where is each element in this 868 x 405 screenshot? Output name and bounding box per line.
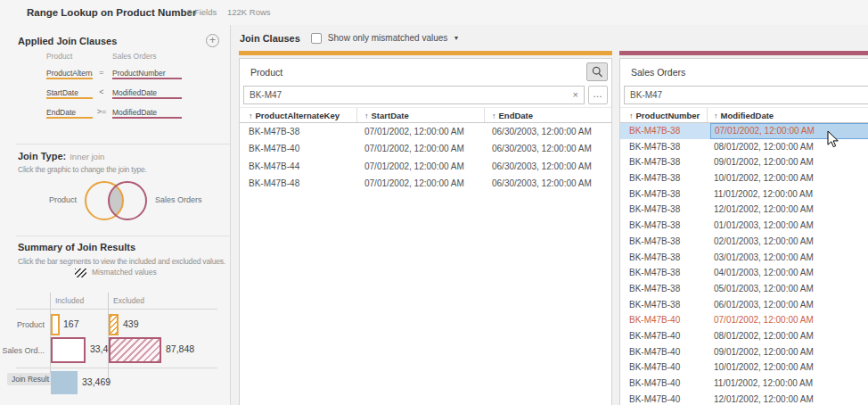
table-row[interactable]: BK-M47B-38 10/01/2002, 12:00:00 AM — [620, 170, 868, 186]
table-row[interactable]: BK-M47B-40 10/01/2002, 12:00:00 AM — [620, 360, 868, 376]
modified-date-cellbox[interactable]: 12/01/2002, 12:00:00 AM — [710, 392, 868, 405]
product-number-cell[interactable]: BK-M47B-38 — [629, 139, 680, 155]
sales-search-input[interactable] — [624, 86, 868, 104]
column-header[interactable]: ↑EndDate — [492, 108, 533, 124]
venn-circles-icon[interactable] — [80, 177, 151, 225]
add-join-clause-button[interactable]: + — [206, 34, 219, 47]
modified-date-cell[interactable]: 01/01/2003, 12:00:00 AM — [714, 218, 814, 234]
product-number-cell[interactable]: BK-M47B-38 — [629, 154, 680, 170]
table-row[interactable]: BK-M47B-38 07/01/2002, 12:00:00 AM 06/30… — [240, 123, 611, 140]
modified-date-cellbox[interactable]: 02/01/2003, 12:00:00 AM — [710, 234, 868, 250]
product-included-bar[interactable] — [51, 314, 60, 335]
product-number-cell[interactable]: BK-M47B-40 — [629, 328, 680, 344]
left-field[interactable]: EndDate — [46, 105, 93, 119]
modified-date-cell[interactable]: 06/01/2003, 12:00:00 AM — [714, 297, 814, 313]
product-number-cell[interactable]: BK-M47B-38 — [629, 265, 680, 281]
right-field[interactable]: ModifiedDate — [112, 105, 182, 119]
modified-date-cell[interactable]: 04/01/2003, 12:00:00 AM — [714, 265, 814, 281]
product-excluded-bar[interactable] — [109, 314, 119, 335]
table-row[interactable]: BK-M47B-40 09/01/2002, 12:00:00 AM — [620, 344, 868, 360]
product-number-cell[interactable]: BK-M47B-40 — [629, 376, 680, 392]
product-number-cell[interactable]: BK-M47B-38 — [629, 234, 680, 250]
modified-date-cellbox[interactable]: 11/01/2002, 12:00:00 AM — [710, 186, 868, 202]
chevron-down-icon[interactable]: ▼ — [453, 35, 459, 41]
modified-date-cellbox[interactable]: 08/01/2002, 12:00:00 AM — [710, 328, 868, 344]
product-alternate-key-cell[interactable]: BK-M47B-44 — [249, 158, 299, 175]
end-date-cell[interactable]: 06/30/2003, 12:00:00 AM — [492, 140, 592, 157]
modified-date-cell[interactable]: 07/01/2002, 12:00:00 AM — [714, 312, 814, 328]
modified-date-cell[interactable]: 11/01/2002, 12:00:00 AM — [714, 186, 813, 202]
table-row[interactable]: BK-M47B-44 07/01/2002, 12:00:00 AM 06/30… — [240, 158, 611, 175]
modified-date-cellbox[interactable]: 08/01/2002, 12:00:00 AM — [710, 139, 868, 155]
column-header[interactable]: ↑ModifiedDate — [714, 108, 774, 124]
search-toggle-button[interactable] — [586, 62, 608, 81]
start-date-cell[interactable]: 07/01/2002, 12:00:00 AM — [364, 158, 464, 175]
product-number-cell[interactable]: BK-M47B-40 — [629, 344, 680, 360]
join-operator[interactable]: < — [93, 87, 111, 96]
right-field[interactable]: ProductNumber — [112, 66, 182, 79]
more-options-button[interactable]: … — [588, 86, 608, 104]
sales-included-bar[interactable] — [51, 337, 86, 363]
product-search-input[interactable] — [243, 86, 585, 104]
sales-excluded-bar[interactable] — [109, 337, 161, 363]
modified-date-cellbox[interactable]: 04/01/2003, 12:00:00 AM — [710, 265, 868, 281]
modified-date-cell[interactable]: 03/01/2003, 12:00:00 AM — [714, 250, 814, 266]
table-row[interactable]: BK-M47B-40 12/01/2002, 12:00:00 AM — [620, 392, 868, 405]
product-alternate-key-cell[interactable]: BK-M47B-48 — [249, 175, 299, 192]
modified-date-cell[interactable]: 08/01/2002, 12:00:00 AM — [714, 139, 814, 155]
product-alternate-key-cell[interactable]: BK-M47B-38 — [249, 123, 299, 140]
end-date-cell[interactable]: 06/30/2003, 12:00:00 AM — [492, 175, 592, 192]
product-number-cell[interactable]: BK-M47B-38 — [629, 250, 680, 266]
modified-date-cellbox[interactable]: 07/01/2002, 12:00:00 AM — [710, 312, 868, 328]
product-number-cell[interactable]: BK-M47B-38 — [629, 170, 680, 186]
table-row[interactable]: BK-M47B-38 12/01/2002, 12:00:00 AM — [620, 202, 868, 218]
clear-search-icon[interactable]: × — [573, 86, 578, 104]
modified-date-cellbox[interactable]: 10/01/2002, 12:00:00 AM — [710, 170, 868, 186]
product-number-cell[interactable]: BK-M47B-40 — [629, 312, 680, 328]
start-date-cell[interactable]: 07/01/2002, 12:00:00 AM — [364, 175, 464, 192]
table-row[interactable]: BK-M47B-40 07/01/2002, 12:00:00 AM — [620, 312, 868, 328]
modified-date-cellbox[interactable]: 09/01/2002, 12:00:00 AM — [710, 154, 868, 170]
product-alternate-key-cell[interactable]: BK-M47B-40 — [249, 140, 299, 157]
product-number-cell[interactable]: BK-M47B-40 — [629, 360, 680, 376]
table-row[interactable]: BK-M47B-38 03/01/2003, 12:00:00 AM — [620, 250, 868, 266]
product-number-cell[interactable]: BK-M47B-38 — [629, 297, 680, 313]
product-number-cell[interactable]: BK-M47B-38 — [629, 186, 680, 202]
table-row[interactable]: BK-M47B-38 11/01/2002, 12:00:00 AM — [620, 186, 868, 202]
table-row[interactable]: BK-M47B-38 01/01/2003, 12:00:00 AM — [620, 218, 868, 234]
modified-date-cellbox[interactable]: 03/01/2003, 12:00:00 AM — [710, 250, 868, 266]
join-result-bar[interactable] — [51, 371, 78, 394]
table-row[interactable]: BK-M47B-38 05/01/2003, 12:00:00 AM — [620, 281, 868, 297]
start-date-cell[interactable]: 07/01/2002, 12:00:00 AM — [364, 140, 464, 157]
table-row[interactable]: BK-M47B-38 06/01/2003, 12:00:00 AM — [620, 297, 868, 313]
show-mismatched-checkbox[interactable] — [311, 33, 322, 44]
show-mismatched-label[interactable]: Show only mismatched values — [328, 33, 448, 43]
table-row[interactable]: BK-M47B-48 07/01/2002, 12:00:00 AM 06/30… — [240, 175, 611, 192]
join-operator[interactable]: = — [93, 68, 111, 77]
table-row[interactable]: BK-M47B-38 09/01/2002, 12:00:00 AM — [620, 154, 868, 170]
right-field[interactable]: ModifiedDate — [112, 86, 182, 99]
table-row[interactable]: BK-M47B-40 11/01/2002, 12:00:00 AM — [620, 376, 868, 392]
join-venn-diagram[interactable]: Product Sales Orders — [0, 177, 231, 227]
modified-date-cellbox[interactable]: 11/01/2002, 12:00:00 AM — [710, 376, 868, 392]
product-number-cell[interactable]: BK-M47B-38 — [629, 218, 680, 234]
product-number-cell[interactable]: BK-M47B-40 — [629, 392, 680, 405]
modified-date-cell[interactable]: 05/01/2003, 12:00:00 AM — [714, 281, 814, 297]
modified-date-cell[interactable]: 09/01/2002, 12:00:00 AM — [714, 154, 814, 170]
modified-date-cell[interactable]: 08/01/2002, 12:00:00 AM — [714, 328, 814, 344]
modified-date-cell[interactable]: 02/01/2003, 12:00:00 AM — [714, 234, 814, 250]
left-field[interactable]: StartDate — [46, 86, 93, 99]
modified-date-cell[interactable]: 09/01/2002, 12:00:00 AM — [714, 344, 814, 360]
table-row[interactable]: BK-M47B-38 02/01/2003, 12:00:00 AM — [620, 234, 868, 250]
product-number-cell[interactable]: BK-M47B-38 — [629, 281, 680, 297]
modified-date-cellbox[interactable]: 05/01/2003, 12:00:00 AM — [710, 281, 868, 297]
table-row[interactable]: BK-M47B-40 08/01/2002, 12:00:00 AM — [620, 328, 868, 344]
modified-date-cell[interactable]: 10/01/2002, 12:00:00 AM — [714, 360, 814, 376]
column-header[interactable]: ↑StartDate — [364, 108, 409, 124]
modified-date-cell[interactable]: 12/01/2002, 12:00:00 AM — [714, 392, 814, 405]
modified-date-cellbox[interactable]: 01/01/2003, 12:00:00 AM — [710, 218, 868, 234]
join-operator[interactable]: >= — [93, 107, 111, 116]
end-date-cell[interactable]: 06/30/2003, 12:00:00 AM — [492, 123, 592, 140]
modified-date-cell[interactable]: 12/01/2002, 12:00:00 AM — [714, 202, 814, 218]
modified-date-cell[interactable]: 10/01/2002, 12:00:00 AM — [714, 170, 814, 186]
